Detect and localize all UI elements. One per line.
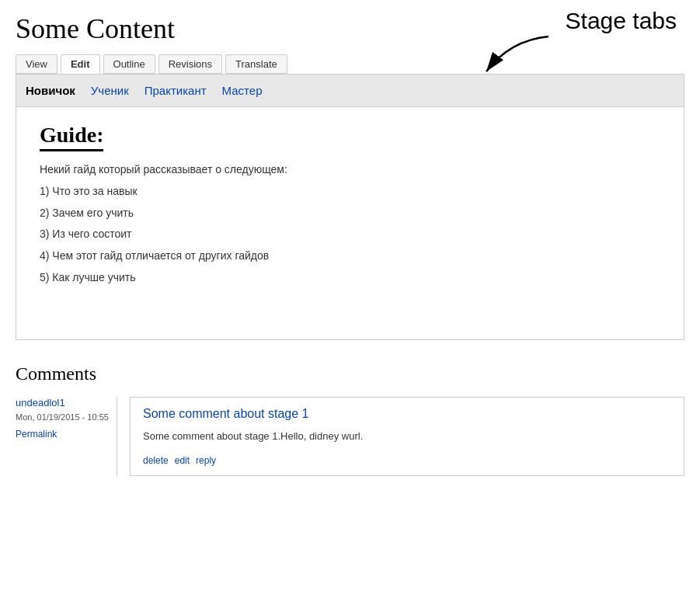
guide-line-4: 4) Чем этот гайд отличается от других га… <box>40 247 660 266</box>
comment-item: undeadlol1 Mon, 01/19/2015 - 10:55 Perma… <box>16 397 684 476</box>
comment-delete[interactable]: delete <box>143 455 169 466</box>
comment-date: Mon, 01/19/2015 - 10:55 <box>16 412 109 423</box>
annotation-label: Stage tabs <box>566 8 677 34</box>
comment-body-title[interactable]: Some comment about stage 1 <box>143 407 671 421</box>
guide-title: Guide: <box>40 123 103 151</box>
tab-view[interactable]: View <box>16 54 57 74</box>
comment-reply[interactable]: reply <box>196 455 216 466</box>
stage-tab-novice[interactable]: Новичок <box>26 81 75 100</box>
guide-line-5: 5) Как лучше учить <box>40 269 660 287</box>
comment-divider <box>117 397 117 476</box>
guide-content: Некий гайд который рассказывает о следую… <box>40 161 660 287</box>
tab-outline[interactable]: Outline <box>103 54 155 74</box>
content-area: Guide: Некий гайд который рассказывает о… <box>16 107 684 340</box>
comment-actions: delete edit reply <box>143 455 671 466</box>
comment-author-col: undeadlol1 Mon, 01/19/2015 - 10:55 Perma… <box>16 397 117 476</box>
stage-tab-master[interactable]: Мастер <box>222 81 263 100</box>
comment-author-name[interactable]: undeadlol1 <box>16 397 109 408</box>
guide-line-3: 3) Из чего состоит <box>40 225 660 244</box>
comment-body-text: Some comment about stage 1.Hello, didney… <box>143 429 671 444</box>
guide-line-0: Некий гайд который рассказывает о следую… <box>40 161 660 179</box>
comments-section: Comments undeadlol1 Mon, 01/19/2015 - 10… <box>16 363 684 476</box>
tab-translate[interactable]: Translate <box>225 54 287 74</box>
guide-line-1: 1) Что это за навык <box>40 183 660 201</box>
stage-tab-student[interactable]: Ученик <box>91 81 129 100</box>
guide-line-2: 2) Зачем его учить <box>40 204 660 223</box>
annotation-arrow <box>471 33 564 79</box>
comment-permalink[interactable]: Permalink <box>16 429 57 440</box>
comment-edit[interactable]: edit <box>175 455 190 466</box>
comment-body: Some comment about stage 1 Some comment … <box>130 397 684 476</box>
stage-tabs: Новичок Ученик Практикант Мастер <box>16 75 684 106</box>
nav-tabs: View Edit Outline Revisions Translate <box>16 54 684 75</box>
stage-tabs-container: Новичок Ученик Практикант Мастер <box>16 75 684 107</box>
stage-tab-intern[interactable]: Практикант <box>145 81 207 100</box>
comments-title: Comments <box>16 363 684 384</box>
tab-revisions[interactable]: Revisions <box>158 54 222 74</box>
tab-edit[interactable]: Edit <box>61 54 100 74</box>
